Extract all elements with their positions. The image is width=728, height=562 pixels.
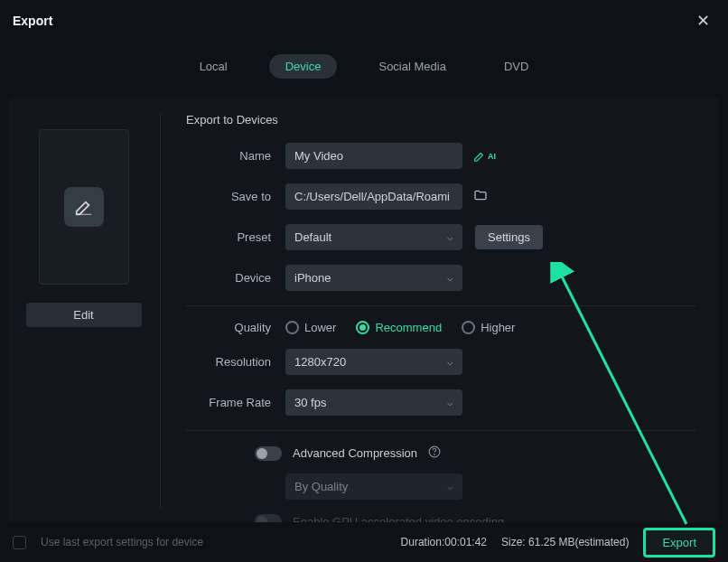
saveto-input[interactable]	[285, 183, 462, 210]
settings-button[interactable]: Settings	[475, 225, 543, 249]
tab-dvd[interactable]: DVD	[488, 54, 545, 79]
compression-mode-value: By Quality	[294, 480, 348, 493]
chevron-down-icon: ⌵	[447, 397, 453, 408]
quality-label: Quality	[186, 321, 285, 334]
compression-mode-select: By Quality ⌵	[285, 473, 462, 500]
quality-higher-radio[interactable]: Higher	[462, 321, 515, 334]
quality-recommend-label: Recommend	[375, 321, 442, 334]
quality-lower-radio[interactable]: Lower	[285, 321, 336, 334]
chevron-down-icon: ⌵	[447, 272, 453, 284]
resolution-label: Resolution	[186, 355, 285, 369]
edit-icon	[64, 187, 104, 227]
radio-icon	[285, 321, 299, 334]
size-info: Size: 61.25 MB(estimated)	[501, 536, 629, 548]
radio-icon	[356, 321, 369, 334]
resolution-value: 1280x720	[294, 355, 346, 369]
radio-icon	[462, 321, 475, 334]
use-last-settings-checkbox[interactable]	[13, 536, 26, 549]
device-select[interactable]: iPhone ⌵	[285, 265, 462, 291]
preset-label: Preset	[186, 230, 285, 244]
resolution-select[interactable]: 1280x720 ⌵	[285, 349, 462, 375]
preview-thumbnail	[39, 129, 129, 285]
tab-local[interactable]: Local	[183, 54, 244, 79]
browse-folder-icon[interactable]	[473, 188, 488, 205]
divider	[186, 430, 695, 431]
name-input[interactable]	[285, 143, 462, 169]
framerate-value: 30 fps	[294, 396, 326, 409]
chevron-down-icon: ⌵	[447, 481, 453, 492]
name-label: Name	[186, 149, 285, 163]
framerate-label: Frame Rate	[186, 396, 285, 409]
quality-lower-label: Lower	[304, 321, 336, 334]
preset-value: Default	[294, 230, 331, 244]
tab-device[interactable]: Device	[269, 54, 338, 79]
ai-rename-button[interactable]: AI	[473, 150, 496, 163]
window-title: Export	[13, 14, 52, 28]
export-button[interactable]: Export	[643, 528, 715, 557]
preset-select[interactable]: Default ⌵	[285, 224, 462, 250]
advanced-compression-toggle[interactable]	[255, 446, 282, 461]
use-last-settings-label: Use last export settings for device	[41, 536, 203, 548]
section-title: Export to Devices	[186, 113, 695, 126]
device-label: Device	[186, 271, 285, 285]
chevron-down-icon: ⌵	[447, 231, 453, 243]
saveto-label: Save to	[186, 190, 285, 203]
framerate-select[interactable]: 30 fps ⌵	[285, 389, 462, 416]
tab-bar: Local Device Social Media DVD	[0, 54, 728, 79]
svg-point-1	[434, 454, 435, 455]
duration-info: Duration:00:01:42	[401, 536, 487, 548]
divider	[186, 305, 695, 306]
chevron-down-icon: ⌵	[447, 356, 453, 368]
close-icon[interactable]: ✕	[691, 9, 715, 33]
tab-social[interactable]: Social Media	[362, 54, 462, 79]
edit-button[interactable]: Edit	[26, 303, 142, 327]
advanced-compression-label: Advanced Compression	[293, 446, 417, 460]
ai-label: AI	[488, 152, 496, 161]
quality-recommend-radio[interactable]: Recommend	[356, 321, 442, 334]
device-value: iPhone	[294, 271, 331, 285]
quality-higher-label: Higher	[481, 321, 515, 334]
help-icon[interactable]	[428, 445, 441, 461]
